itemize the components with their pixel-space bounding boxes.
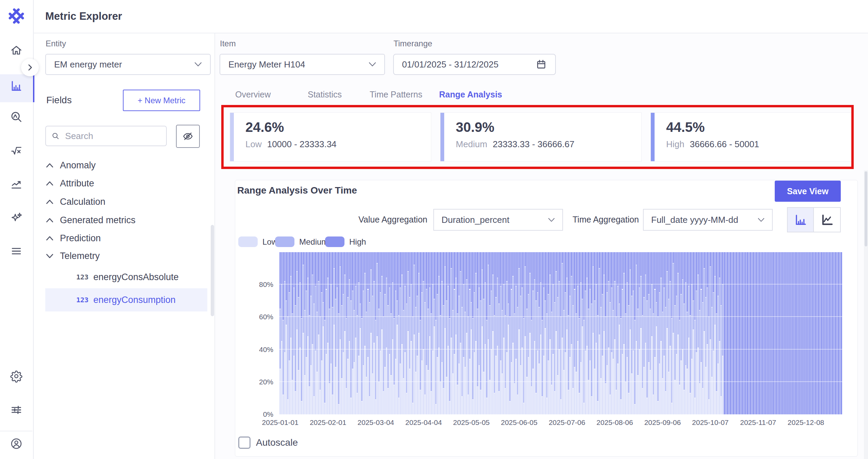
bar	[666, 252, 668, 414]
entity-select-value: EM energy meter	[54, 59, 122, 70]
bar	[756, 252, 757, 414]
value-aggregation-label: Value Aggregation	[358, 215, 427, 225]
bar	[563, 252, 565, 414]
bar-chart-nav-icon[interactable]	[10, 79, 23, 92]
bar	[622, 252, 623, 414]
bar	[475, 252, 477, 414]
tab-overview[interactable]: Overview	[235, 90, 271, 100]
fields-scrollbar-thumb[interactable]	[211, 225, 214, 316]
bar	[776, 252, 777, 414]
bar	[515, 252, 517, 414]
sliders-icon[interactable]	[10, 403, 23, 416]
bar	[349, 252, 350, 414]
bar	[813, 252, 815, 414]
metric-explorer-app: Metric Explorer Entity EM energy meter I…	[0, 0, 868, 459]
fields-search[interactable]	[45, 126, 167, 146]
entity-select[interactable]: EM energy meter	[45, 54, 211, 75]
bar	[685, 252, 687, 414]
bar	[512, 252, 514, 414]
chevron-down-icon	[758, 218, 765, 222]
bar	[779, 252, 781, 414]
tree-item-energyConsAbsolute[interactable]: 123 energyConsAbsolute	[76, 270, 179, 285]
bar	[623, 252, 625, 414]
settings-gear-icon[interactable]	[10, 370, 23, 383]
bar	[495, 252, 497, 414]
timerange-picker[interactable]: 01/01/2025 - 31/12/2025	[393, 54, 556, 75]
bar	[571, 252, 572, 414]
bar	[808, 252, 810, 414]
bar	[659, 252, 660, 414]
tab-range-analysis[interactable]: Range Analysis	[439, 90, 502, 100]
tree-group-calculation[interactable]: Calculation	[46, 194, 106, 209]
bar	[796, 252, 798, 414]
bar	[468, 252, 469, 414]
bar	[331, 252, 332, 414]
hide-fields-button[interactable]	[176, 125, 200, 148]
bar	[435, 252, 437, 414]
bar	[286, 252, 287, 414]
bar	[400, 252, 401, 414]
tree-group-generated-metrics[interactable]: Generated metrics	[46, 213, 135, 228]
tree-group-anomaly[interactable]: Anomaly	[46, 158, 96, 173]
app-logo-icon[interactable]	[8, 7, 25, 25]
tree-group-label: Telemetry	[60, 251, 100, 261]
bar	[532, 252, 534, 414]
search-input[interactable]	[64, 131, 161, 142]
sidebar-expand-button[interactable]	[21, 59, 39, 76]
bar	[719, 252, 720, 414]
bar	[310, 252, 312, 414]
bar	[287, 252, 289, 414]
x-tick-label: 2025-03-04	[357, 418, 394, 427]
tree-group-prediction[interactable]: Prediction	[46, 231, 101, 246]
sqrt-icon[interactable]	[10, 144, 23, 157]
sparkles-icon[interactable]	[10, 211, 23, 224]
anomaly-search-icon[interactable]	[10, 110, 23, 123]
chart-type-toggle	[787, 207, 841, 232]
bar	[327, 252, 328, 414]
bar	[573, 252, 574, 414]
bar	[321, 252, 322, 414]
menu-icon[interactable]	[10, 245, 23, 258]
line-chart-toggle[interactable]	[814, 207, 841, 232]
bar	[728, 252, 730, 414]
trend-line-icon[interactable]	[10, 178, 23, 190]
save-view-button[interactable]: Save View	[775, 181, 841, 202]
bar	[771, 252, 773, 414]
bar	[665, 252, 666, 414]
bar	[488, 252, 489, 414]
bar	[562, 252, 563, 414]
timerange-label: Timerange	[393, 39, 432, 48]
item-select[interactable]: Energy Meter H104	[220, 54, 385, 75]
bar	[818, 252, 819, 414]
bar	[608, 252, 609, 414]
tab-statistics[interactable]: Statistics	[308, 90, 342, 100]
bar	[315, 252, 316, 414]
bar	[596, 252, 597, 414]
tree-group-telemetry[interactable]: Telemetry	[46, 248, 100, 263]
page-scrollbar-thumb[interactable]	[865, 171, 867, 246]
tree-item-energyConsumption[interactable]: 123 energyConsumption	[76, 292, 176, 307]
range-analysis-chart[interactable]	[279, 252, 842, 414]
bar	[653, 252, 654, 414]
autoscale-label: Autoscale	[256, 437, 298, 448]
new-metric-button[interactable]: + New Metric	[123, 90, 200, 111]
tree-group-attribute[interactable]: Attribute	[46, 176, 94, 191]
bar-chart-toggle[interactable]	[787, 207, 814, 232]
panel-title: Range Analysis Over Time	[237, 185, 357, 196]
range-card-label: Low	[245, 139, 262, 150]
range-card-range: 36666.66 - 50001	[690, 139, 759, 150]
time-aggregation-select[interactable]: Full_date yyyy-MM-dd	[643, 209, 773, 231]
value-aggregation-select[interactable]: Duration_percent	[433, 209, 563, 231]
user-avatar-icon[interactable]	[10, 437, 23, 450]
bar	[529, 252, 531, 414]
bar	[360, 252, 361, 414]
home-icon[interactable]	[10, 44, 23, 57]
autoscale-checkbox[interactable]	[238, 437, 251, 449]
bar	[503, 252, 504, 414]
tree-group-label: Calculation	[60, 197, 106, 207]
tab-time-patterns[interactable]: Time Patterns	[370, 90, 422, 100]
bar	[762, 252, 763, 414]
bar	[755, 252, 756, 414]
bar	[372, 252, 373, 414]
bar	[721, 252, 722, 414]
